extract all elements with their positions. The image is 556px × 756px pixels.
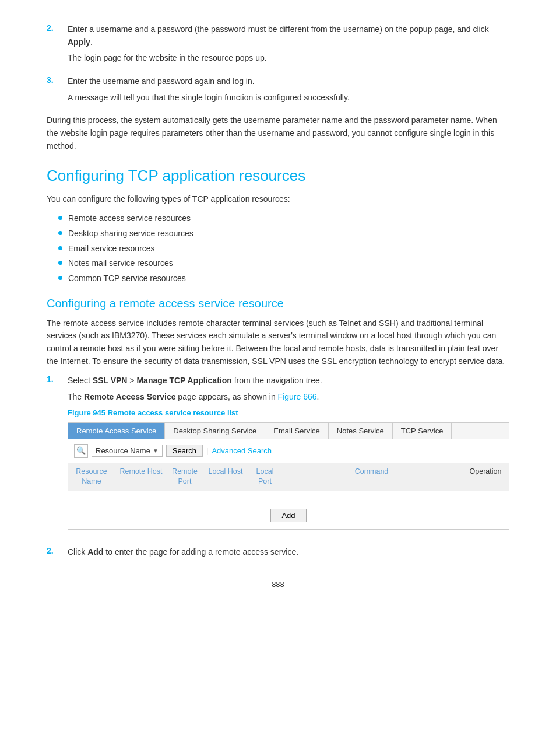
subsection-title: Configuring a remote access service reso…: [47, 297, 509, 310]
col-header-remote-port: RemotePort: [167, 467, 202, 487]
advanced-search-link[interactable]: Advanced Search: [212, 446, 272, 455]
divider: |: [206, 446, 208, 455]
figure-box: Remote Access Service Desktop Sharing Se…: [68, 422, 509, 530]
search-icon: 🔍: [74, 444, 88, 458]
col-header-local-port: LocalPort: [249, 467, 281, 487]
search-button[interactable]: Search: [166, 444, 203, 457]
step-2-text: Enter a username and a password (the pas…: [68, 23, 509, 48]
step-2-block: 2. Enter a username and a password (the …: [47, 23, 509, 68]
list-item: Email service resources: [58, 243, 509, 256]
bullet-dot: [58, 246, 62, 250]
chevron-down-icon: ▼: [153, 447, 159, 454]
col-header-operation: Operation: [462, 467, 509, 487]
note-paragraph: During this process, the system automati…: [47, 114, 509, 152]
step-3-subnote: A message will tell you that the single …: [68, 92, 509, 104]
search-dropdown[interactable]: Resource Name ▼: [92, 444, 163, 457]
subsec-step-1-block: 1. Select SSL VPN > Manage TCP Applicati…: [47, 374, 509, 539]
tab-desktop-sharing-service[interactable]: Desktop Sharing Service: [165, 423, 265, 439]
subsec-step-2-content: Click Add to enter the page for adding a…: [68, 546, 509, 562]
figure-caption: Figure 945 Remote access service resourc…: [68, 407, 509, 419]
bullet-dot: [58, 231, 62, 235]
step-2-content: Enter a username and a password (the pas…: [68, 23, 509, 68]
section-title: Configuring TCP application resources: [47, 167, 509, 185]
search-row: 🔍 Resource Name ▼ Search | Advanced Sear…: [68, 439, 509, 463]
subsec-step-1-content: Select SSL VPN > Manage TCP Application …: [68, 374, 509, 539]
step-2-num: 2.: [47, 23, 64, 68]
subsec-step-1-text: Select SSL VPN > Manage TCP Application …: [68, 374, 509, 387]
section-intro: You can configure the following types of…: [47, 193, 509, 206]
col-header-remote-host: Remote Host: [115, 467, 167, 487]
add-row: Add: [68, 502, 509, 529]
subsec-step-1-num: 1.: [47, 374, 64, 539]
bullet-dot: [58, 216, 62, 220]
col-header-resource-name: ResourceName: [68, 467, 115, 487]
step-3-content: Enter the username and password again an…: [68, 75, 509, 107]
table-empty-body: [68, 491, 509, 502]
subsec-step-2-text: Click Add to enter the page for adding a…: [68, 546, 509, 559]
tab-remote-access-service[interactable]: Remote Access Service: [68, 423, 165, 439]
tab-notes-service[interactable]: Notes Service: [329, 423, 393, 439]
step-3-num: 3.: [47, 75, 64, 107]
table-header: ResourceName Remote Host RemotePort Loca…: [68, 463, 509, 491]
bullet-list: Remote access service resources Desktop …: [58, 212, 509, 285]
page-footer: 888: [47, 580, 509, 589]
list-item: Remote access service resources: [58, 212, 509, 225]
subsec-step-2-num: 2.: [47, 546, 64, 562]
page-number: 888: [272, 580, 284, 589]
tab-email-service[interactable]: Email Service: [265, 423, 328, 439]
bullet-dot: [58, 261, 62, 265]
list-item: Notes mail service resources: [58, 257, 509, 270]
tab-tcp-service[interactable]: TCP Service: [393, 423, 452, 439]
subsec-step-2-block: 2. Click Add to enter the page for addin…: [47, 546, 509, 562]
list-item: Desktop sharing service resources: [58, 228, 509, 240]
bullet-dot: [58, 276, 62, 280]
body-paragraph: The remote access service includes remot…: [47, 317, 509, 368]
list-item: Common TCP service resources: [58, 272, 509, 285]
subsec-step-1-subnote: The Remote Access Service page appears, …: [68, 391, 509, 404]
step-2-subnote: The login page for the website in the re…: [68, 52, 509, 65]
col-header-command: Command: [281, 467, 462, 487]
col-header-local-host: Local Host: [202, 467, 249, 487]
step-3-text: Enter the username and password again an…: [68, 75, 509, 88]
add-button[interactable]: Add: [270, 509, 306, 522]
step-3-block: 3. Enter the username and password again…: [47, 75, 509, 107]
tab-bar: Remote Access Service Desktop Sharing Se…: [68, 423, 509, 439]
